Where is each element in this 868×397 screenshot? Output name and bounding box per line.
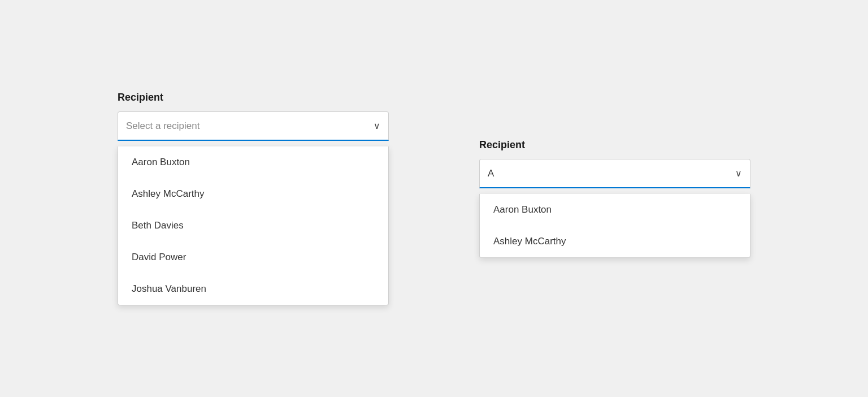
list-item[interactable]: Beth Davies [118,210,388,241]
left-dropdown-container: Recipient ∨ Aaron Buxton Ashley McCarthy… [118,92,389,305]
list-item[interactable]: Joshua Vanburen [118,273,388,305]
list-item[interactable]: Ashley McCarthy [118,178,388,210]
right-dropdown-input-wrapper[interactable]: ∨ [479,159,750,188]
left-dropdown-input-wrapper[interactable]: ∨ [118,111,389,141]
list-item[interactable]: Aaron Buxton [118,146,388,178]
left-recipient-label: Recipient [118,92,389,103]
right-dropdown-list: Aaron Buxton Ashley McCarthy [479,194,750,258]
list-item[interactable]: David Power [118,241,388,273]
right-recipient-label: Recipient [479,139,750,151]
right-dropdown-container: Recipient ∨ Aaron Buxton Ashley McCarthy [479,139,750,258]
list-item[interactable]: Aaron Buxton [480,194,750,226]
list-item[interactable]: Ashley McCarthy [480,226,750,257]
right-recipient-input[interactable] [488,168,735,179]
left-dropdown-list: Aaron Buxton Ashley McCarthy Beth Davies… [118,146,389,305]
left-chevron-down-icon[interactable]: ∨ [374,120,380,131]
left-recipient-input[interactable] [126,120,374,132]
right-chevron-down-icon[interactable]: ∨ [735,168,742,179]
